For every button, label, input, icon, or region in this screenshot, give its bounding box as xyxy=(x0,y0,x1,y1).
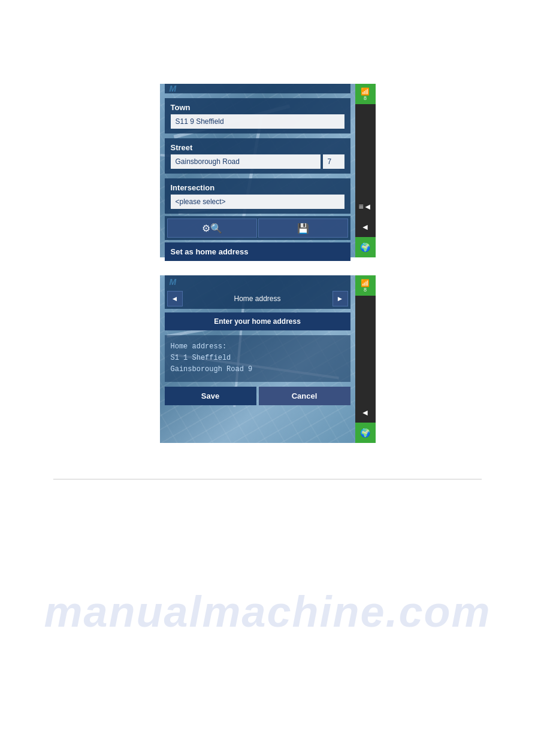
map-icon-2: 🌍 xyxy=(360,428,370,438)
map-icon: 🌍 xyxy=(360,242,370,252)
screen1-content: M Town Street Intersection xyxy=(160,84,355,257)
search-button[interactable]: ⚙🔍 xyxy=(167,218,257,238)
watermark: manualmachine.com xyxy=(44,587,491,636)
home-address-label: Home address: xyxy=(171,341,344,353)
bottom-buttons: Save Cancel xyxy=(165,387,350,405)
street-label: Street xyxy=(171,143,344,152)
intersection-label: Intersection xyxy=(171,183,344,192)
back-button-2[interactable]: ◄ xyxy=(355,402,376,423)
signal-badge-2: 8 xyxy=(364,287,367,293)
nav-title: Home address xyxy=(185,294,330,303)
save-icon: 💾 xyxy=(297,223,309,234)
save-button[interactable]: Save xyxy=(165,387,256,405)
bottom-divider xyxy=(53,479,481,479)
town-label: Town xyxy=(171,103,344,112)
home-address-line2: Gainsborough Road 9 xyxy=(171,364,344,375)
action-bar: ⚙🔍 💾 xyxy=(165,216,350,240)
back-icon-2: ◄ xyxy=(361,408,370,417)
intersection-panel: Intersection xyxy=(165,178,350,214)
logo-2: M xyxy=(170,277,177,287)
signal-badge: 8 xyxy=(364,96,367,101)
next-button[interactable]: ► xyxy=(333,291,348,306)
cancel-button[interactable]: Cancel xyxy=(259,387,350,405)
screen2: M ◄ Home address ► Enter your home addre… xyxy=(160,275,376,443)
map-button-2[interactable]: 🌍 xyxy=(355,423,376,443)
logo: M xyxy=(170,84,177,93)
menu-button[interactable]: ≡◄ xyxy=(355,196,376,217)
signal-button[interactable]: 📶 8 xyxy=(355,84,376,104)
street-number-input[interactable] xyxy=(323,154,344,169)
street-input[interactable] xyxy=(171,154,321,169)
screen1-sidebar: 📶 8 ≡◄ ◄ 🌍 xyxy=(355,84,376,257)
home-address-display: Home address: S1 1 Sheffield Gainsboroug… xyxy=(165,335,350,382)
logo-bar: M xyxy=(165,84,350,93)
town-input[interactable] xyxy=(171,114,344,129)
save-button[interactable]: 💾 xyxy=(258,218,348,238)
menu-icon: ≡◄ xyxy=(358,202,371,211)
signal-button-2[interactable]: 📶 8 xyxy=(355,275,376,296)
search-icon: ⚙🔍 xyxy=(202,223,222,234)
street-panel: Street xyxy=(165,138,350,174)
street-input-row xyxy=(171,154,344,169)
screen2-content: M ◄ Home address ► Enter your home addre… xyxy=(160,275,355,443)
back-button[interactable]: ◄ xyxy=(355,217,376,237)
screen2-sidebar: 📶 8 ◄ 🌍 xyxy=(355,275,376,443)
set-home-address-button[interactable]: Set as home address xyxy=(165,242,350,261)
screen1: M Town Street Intersection xyxy=(160,84,376,257)
map-button[interactable]: 🌍 xyxy=(355,237,376,257)
enter-home-address-button[interactable]: Enter your home address xyxy=(165,312,350,330)
nav-bar: ◄ Home address ► xyxy=(165,289,350,309)
prev-button[interactable]: ◄ xyxy=(167,291,183,306)
intersection-input[interactable] xyxy=(171,195,344,209)
signal-icon-2: 📶 xyxy=(361,279,370,287)
town-panel: Town xyxy=(165,98,350,133)
home-address-line1: S1 1 Sheffield xyxy=(171,353,344,364)
logo-bar-2: M xyxy=(165,275,350,289)
back-icon: ◄ xyxy=(361,222,370,232)
signal-icon: 📶 xyxy=(361,87,370,96)
screens-container: M Town Street Intersection xyxy=(160,84,376,443)
